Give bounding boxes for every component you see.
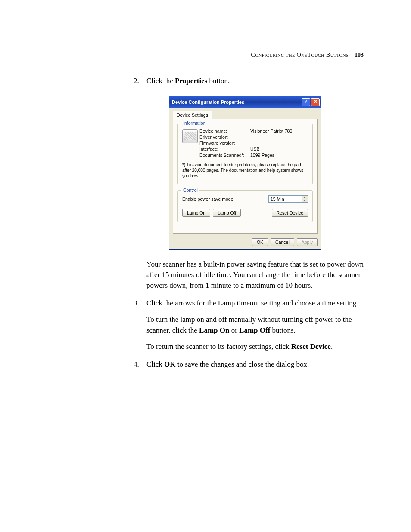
pad-replace-note: *) To avoid document feeder problems, pl… <box>182 162 308 179</box>
information-group: Information Device name: Visioneer Patri… <box>177 124 313 184</box>
info-table: Device name: Visioneer Patriot 780 Drive… <box>199 128 292 158</box>
apply-button[interactable]: Apply <box>297 238 318 246</box>
running-header: Configuring the OneTouch Buttons 103 <box>47 52 364 59</box>
power-save-explanation: Your scanner has a built-in power saving… <box>146 259 364 291</box>
dialog-titlebar: Device Configuration Properties ? ✕ <box>169 96 321 108</box>
ok-button[interactable]: OK <box>252 238 268 246</box>
reset-paragraph: To return the scanner to its factory set… <box>146 342 364 352</box>
label-documents-scanned: Documents Scanned*: <box>199 152 250 158</box>
power-save-value: 15 Min <box>269 196 302 202</box>
value-firmware-version <box>250 140 292 146</box>
label-device-name: Device name: <box>199 128 250 134</box>
close-button[interactable]: ✕ <box>311 98 320 106</box>
dialog-title: Device Configuration Properties <box>172 100 244 105</box>
scanner-icon <box>182 129 198 143</box>
tab-panel: Information Device name: Visioneer Patri… <box>173 119 318 234</box>
power-save-label: Enable power save mode <box>182 196 234 202</box>
value-driver-version <box>250 134 292 140</box>
running-title: Configuring the OneTouch Buttons <box>251 52 349 58</box>
label-firmware-version: Firmware version: <box>199 140 250 146</box>
page-number: 103 <box>355 52 364 58</box>
step-3: 3. Click the arrows for the Lamp timeout… <box>134 298 364 309</box>
step-number: 4. <box>134 359 146 370</box>
control-legend: Control <box>181 187 199 193</box>
spinner-down-icon[interactable]: ▼ <box>302 199 308 202</box>
power-save-spinner[interactable]: 15 Min ▲ ▼ <box>268 195 308 203</box>
control-group: Control Enable power save mode 15 Min ▲ … <box>177 190 313 222</box>
help-button[interactable]: ? <box>302 98 310 106</box>
lamp-paragraph: To turn the lamp on and off manually wit… <box>146 314 364 336</box>
device-config-dialog: Device Configuration Properties ? ✕ Devi… <box>169 96 321 250</box>
lamp-off-button[interactable]: Lamp Off <box>213 209 241 217</box>
value-interface: USB <box>250 146 292 152</box>
reset-device-button[interactable]: Reset Device <box>272 209 308 217</box>
lamp-on-button[interactable]: Lamp On <box>182 209 210 217</box>
value-documents-scanned: 1099 Pages <box>250 152 292 158</box>
tab-device-settings[interactable]: Device Settings <box>173 111 212 119</box>
label-interface: Interface: <box>199 146 250 152</box>
cancel-button[interactable]: Cancel <box>271 238 294 246</box>
step-4: 4. Click OK to save the changes and clos… <box>134 359 364 370</box>
value-device-name: Visioneer Patriot 780 <box>250 128 292 134</box>
step-number: 3. <box>134 298 146 309</box>
step-2: 2. Click the Properties button. <box>134 76 364 87</box>
step-text: Click the Properties button. <box>146 76 364 87</box>
step-text: Click OK to save the changes and close t… <box>146 359 364 370</box>
information-legend: Information <box>181 121 208 126</box>
step-number: 2. <box>134 76 146 87</box>
step-text: Click the arrows for the Lamp timeout se… <box>146 298 364 309</box>
spinner-up-icon[interactable]: ▲ <box>302 196 308 199</box>
label-driver-version: Driver version: <box>199 134 250 140</box>
